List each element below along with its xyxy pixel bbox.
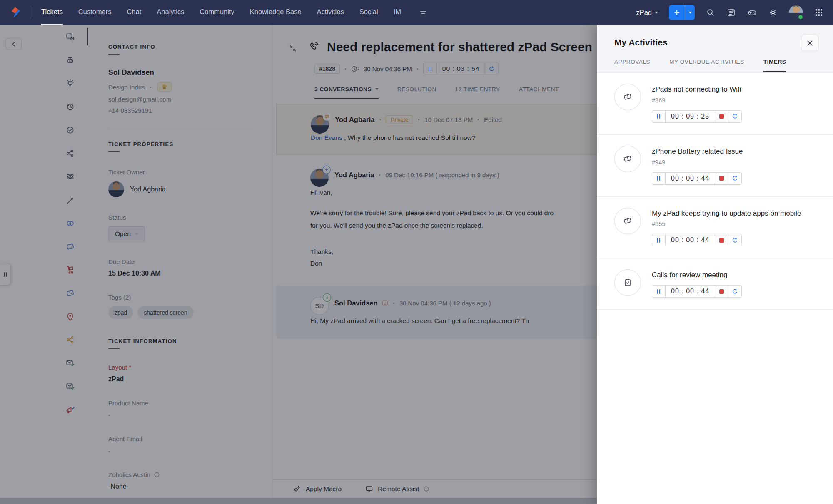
- timer-reset-button[interactable]: [728, 286, 741, 297]
- timer-item-title[interactable]: zPads not connecting to Wifi: [652, 84, 742, 94]
- rail-suggestions-icon[interactable]: [52, 72, 88, 95]
- timer-list-item[interactable]: Calls for review meeting 00 : 00 : 44: [597, 258, 833, 310]
- rail-location-app-icon[interactable]: [52, 305, 88, 328]
- nav-tab-knowledge-base[interactable]: Knowledge Base: [250, 0, 302, 25]
- tab-attachment[interactable]: ATTACHMENT: [519, 86, 559, 99]
- timer-item-title[interactable]: zPhone Battery related Issue: [652, 146, 743, 156]
- timer-list-item[interactable]: zPads not connecting to Wifi #369 00 : 0…: [597, 73, 833, 135]
- user-avatar[interactable]: [789, 5, 803, 20]
- settings-gear-icon[interactable]: [768, 7, 778, 17]
- rail-shipping-app-icon[interactable]: [52, 258, 88, 281]
- rail-extension-card2-icon[interactable]: [52, 281, 88, 305]
- global-timer-handle[interactable]: [0, 263, 11, 286]
- tab-time-entry[interactable]: 12 TIME ENTRY: [455, 86, 500, 99]
- whats-new-icon[interactable]: [726, 7, 736, 17]
- rail-links-app-icon[interactable]: [52, 211, 88, 235]
- nav-tab-community[interactable]: Community: [200, 0, 234, 25]
- timer-stop-button[interactable]: [715, 111, 728, 122]
- due-date-value[interactable]: 15 Dec 10:30 AM: [108, 270, 272, 277]
- contact-email[interactable]: sol.design@gmail.com: [108, 96, 272, 103]
- nav-tab-analytics[interactable]: Analytics: [157, 0, 184, 25]
- rail-mail-check-app-icon[interactable]: [52, 351, 88, 375]
- tag-pill[interactable]: shattered screen: [137, 306, 193, 319]
- timer-stop-button[interactable]: [715, 286, 728, 297]
- add-ticket-button[interactable]: +: [669, 5, 685, 20]
- tag-pill[interactable]: zpad: [108, 306, 133, 319]
- author-name[interactable]: Yod Agbaria: [335, 116, 374, 124]
- timer-pause-button[interactable]: [652, 173, 665, 184]
- rail-extension-card-icon[interactable]: [52, 235, 88, 258]
- tab-approvals[interactable]: APPROVALS: [614, 59, 650, 72]
- nav-tab-tickets[interactable]: Tickets: [41, 0, 63, 25]
- timer-reset-button[interactable]: [485, 63, 498, 74]
- rail-mail-check-app2-icon[interactable]: [52, 375, 88, 398]
- rail-auto-suggest-wand-icon[interactable]: [52, 188, 88, 211]
- timer-item-title[interactable]: Calls for review meeting: [652, 270, 742, 280]
- author-name[interactable]: Yod Agbaria: [334, 171, 374, 179]
- dot-separator: [417, 68, 418, 70]
- product-name-label: Product Name: [108, 400, 272, 407]
- info-icon[interactable]: [154, 472, 160, 478]
- nav-tab-customers[interactable]: Customers: [78, 0, 112, 25]
- zoholics-austin-label: Zoholics Austin: [108, 471, 272, 478]
- timer-pause-button[interactable]: [652, 286, 665, 297]
- agent-email-value[interactable]: -: [108, 447, 272, 454]
- ticket-owner-row[interactable]: Yod Agbaria: [108, 181, 272, 197]
- tab-resolution[interactable]: RESOLUTION: [397, 86, 436, 99]
- timer-pause-button[interactable]: [652, 111, 665, 122]
- nav-tab-im[interactable]: IM: [394, 0, 401, 25]
- close-drawer-button[interactable]: [801, 35, 819, 51]
- nav-tab-social[interactable]: Social: [359, 0, 378, 25]
- more-tabs-icon[interactable]: [418, 7, 428, 17]
- timer-reset-button[interactable]: [728, 234, 741, 246]
- collapse-ticket-icon[interactable]: [289, 44, 297, 52]
- search-icon[interactable]: [706, 7, 716, 17]
- rail-share-icon[interactable]: [52, 142, 88, 165]
- timer-reset-button[interactable]: [728, 173, 741, 184]
- author-name[interactable]: Sol Davidsen: [334, 299, 378, 307]
- timer-stop-button[interactable]: [715, 173, 728, 184]
- rail-history-icon[interactable]: [52, 95, 88, 118]
- apps-grid-icon[interactable]: [814, 7, 824, 17]
- contact-phone[interactable]: +14 083529191: [108, 107, 272, 114]
- timer-pause-button[interactable]: [424, 63, 436, 74]
- tab-my-overdue-activities[interactable]: MY OVERDUE ACTIVITIES: [669, 59, 744, 72]
- mention-link[interactable]: Don Evans: [311, 134, 342, 141]
- department-selector[interactable]: zPad: [636, 9, 658, 17]
- ticket-title: Need replacement for shattered zPad Scre…: [327, 37, 602, 56]
- zoho-desk-logo-icon[interactable]: [8, 5, 22, 20]
- nav-tab-chat[interactable]: Chat: [127, 0, 141, 25]
- tab-timers[interactable]: TIMERS: [763, 59, 786, 72]
- rail-related-entities-icon[interactable]: [52, 165, 88, 188]
- my-activities-drawer: My Activities APPROVALS MY OVERDUE ACTIV…: [597, 25, 833, 504]
- rail-campaign-app-icon[interactable]: [52, 398, 88, 421]
- rail-zia-bot-icon[interactable]: [52, 48, 88, 72]
- tab-conversations[interactable]: 3 CONVERSATIONS: [314, 86, 379, 99]
- timer-stop-button[interactable]: [715, 234, 728, 246]
- apply-macro-button[interactable]: Apply Macro: [293, 484, 342, 493]
- author-avatar: [310, 169, 329, 187]
- expand-ticket-list-button[interactable]: [6, 38, 22, 50]
- timer-item-title[interactable]: My zPad keeps trying to update apps on m…: [652, 209, 801, 218]
- zoholics-austin-value[interactable]: -None-: [108, 483, 272, 490]
- add-dropdown-caret[interactable]: [685, 5, 695, 20]
- timer-list-item[interactable]: My zPad keeps trying to update apps on m…: [597, 197, 833, 259]
- clock-icon: [351, 65, 360, 72]
- product-name-value[interactable]: -: [108, 412, 272, 419]
- timer-list-item[interactable]: zPhone Battery related Issue #949 00 : 0…: [597, 135, 833, 197]
- remote-assist-button[interactable]: Remote Assist: [365, 484, 429, 493]
- status-dropdown[interactable]: Open: [108, 226, 145, 241]
- rail-ticket-properties-icon[interactable]: [52, 25, 88, 48]
- nav-tab-activities[interactable]: Activities: [317, 0, 344, 25]
- timer-pause-button[interactable]: [652, 234, 665, 246]
- rail-approvals-icon[interactable]: [52, 118, 88, 142]
- rail-workflow-app-icon[interactable]: [52, 328, 88, 351]
- contact-name[interactable]: Sol Davidsen: [108, 68, 272, 77]
- ticket-id-badge[interactable]: #1828: [314, 64, 340, 74]
- due-date-label: Due Date: [108, 258, 272, 265]
- info-icon[interactable]: [423, 486, 429, 492]
- timer-reset-button[interactable]: [728, 111, 741, 122]
- happiness-crown-icon[interactable]: [157, 82, 172, 92]
- gamescope-icon[interactable]: [747, 7, 757, 17]
- layout-field-value[interactable]: zPad: [108, 375, 272, 383]
